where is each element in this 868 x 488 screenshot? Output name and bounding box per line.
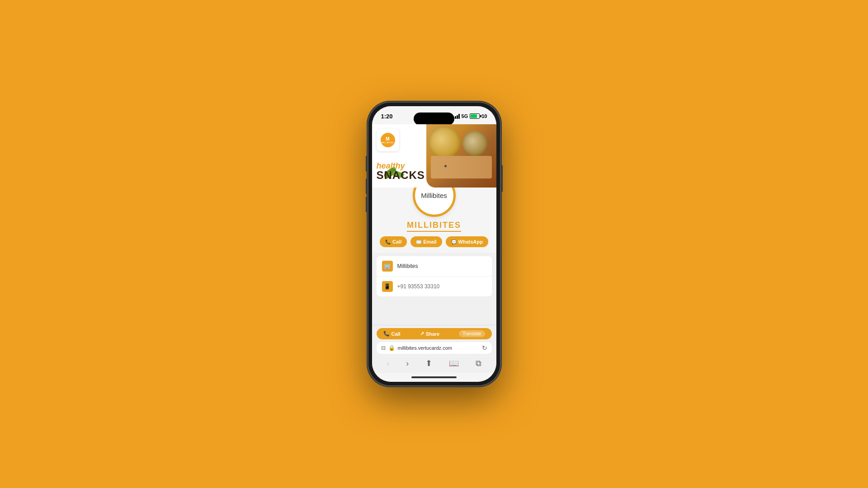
translate-button[interactable]: Translate [459,330,485,337]
status-bar: 1:20 5G 10 [372,106,496,124]
whatsapp-button[interactable]: 💬 WhatsApp [446,236,488,247]
whatsapp-label: WhatsApp [458,239,483,244]
phone-icon: 📞 [385,239,391,244]
reload-button[interactable]: ↻ [482,344,487,352]
avatar-text: Millibites [421,192,447,199]
phone-info-icon: 📱 [382,281,393,292]
browser-bar: 📞 Call ↗ Share Translate ⊟ 🔒 millibites.… [372,325,496,373]
page-background: 1:20 5G 10 [0,0,868,488]
forward-button[interactable]: › [402,358,412,369]
food-circle-2 [462,131,487,156]
share-label: Share [426,331,440,337]
phone-number: +91 93553 33310 [397,283,440,290]
bottom-call-button[interactable]: 📞 Call [383,331,401,337]
email-label: Email [423,239,436,244]
url-text: millibites.vertucardz.com [398,345,479,351]
status-time: 1:20 [381,113,393,120]
translate-label: Translate [462,331,481,336]
battery-percent: 10 [481,113,487,119]
hero-food-image [426,124,496,188]
call-label: Call [392,239,401,244]
back-button[interactable]: ‹ [383,358,393,369]
food-bar [431,156,492,178]
profile-section: Millibites MILLIBITES 📞 Call ✉️ Email [372,188,496,253]
bottom-action-bar: 📞 Call ↗ Share Translate [377,328,492,339]
call-button[interactable]: 📞 Call [380,236,407,247]
action-buttons-row: 📞 Call ✉️ Email 💬 WhatsApp [380,236,488,247]
hero-text: healthy SNACKS [377,162,425,181]
bottom-call-icon: 📞 [383,331,390,337]
company-name: Millibites [397,263,418,269]
food-visual [426,124,496,188]
url-reader-icon: ⊟ [381,345,386,351]
share-icon: ↗ [420,331,424,337]
home-indicator-bar [411,376,457,378]
battery-icon [470,113,480,119]
food-circle-1 [429,127,460,158]
5g-label: 5G [462,113,468,119]
logo-text-small: MILLIBITES [382,141,394,144]
hero-banner: M MILLIBITES [372,124,496,188]
phone-screen: 1:20 5G 10 [372,106,496,382]
brand-logo: M MILLIBITES [377,129,399,151]
profile-name: MILLIBITES [407,221,461,232]
browser-nav-bar: ‹ › ⬆ 📖 ⧉ [377,357,492,370]
share-button[interactable]: ↗ Share [420,331,440,337]
dynamic-island [414,113,454,125]
company-icon: 🏢 [382,261,393,272]
url-bar[interactable]: ⊟ 🔒 millibites.vertucardz.com ↻ [377,342,492,354]
web-content: M MILLIBITES [372,124,496,325]
hero-snacks-text: SNACKS [377,170,425,181]
phone-info-item: 📱 +91 93553 33310 [377,277,492,296]
status-icons: 5G 10 [453,113,487,119]
email-icon: ✉️ [416,239,421,244]
food-dot-1 [444,165,447,167]
bottom-call-label: Call [392,331,401,337]
info-list: 🏢 Millibites 📱 +91 93553 33310 [377,256,492,296]
email-button[interactable]: ✉️ Email [410,236,442,247]
home-indicator [372,373,496,382]
tabs-button[interactable]: ⧉ [472,358,485,369]
lock-icon: 🔒 [388,345,395,351]
battery-fill [471,114,477,118]
company-info-item: 🏢 Millibites [377,256,492,277]
bookmarks-button[interactable]: 📖 [445,357,462,369]
logo-circle: M MILLIBITES [381,133,395,147]
share-nav-button[interactable]: ⬆ [422,357,436,369]
phone-device: 1:20 5G 10 [368,102,501,386]
whatsapp-icon: 💬 [451,239,457,244]
logo-letter: M [386,137,389,141]
